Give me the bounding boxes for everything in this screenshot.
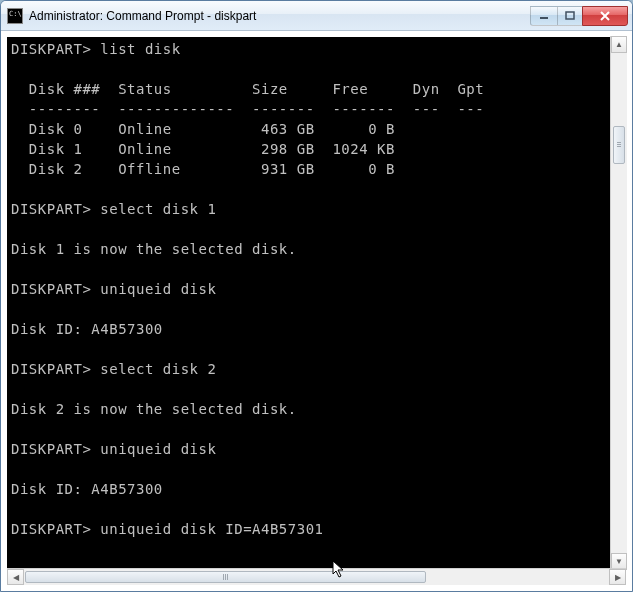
table-row: Disk 1 Online 298 GB 1024 KB — [11, 141, 395, 157]
window-title: Administrator: Command Prompt - diskpart — [29, 9, 531, 23]
svg-rect-0 — [540, 17, 548, 19]
output-line: DISKPART> list disk — [11, 41, 181, 57]
output-line: DISKPART> uniqueid disk — [11, 441, 216, 457]
command-prompt-window: Administrator: Command Prompt - diskpart… — [0, 0, 633, 592]
output-line: Disk ID: A4B57300 — [11, 321, 163, 337]
svg-rect-1 — [566, 12, 574, 19]
output-line: Disk ID: A4B57300 — [11, 481, 163, 497]
output-line: -------- ------------- ------- ------- -… — [11, 101, 484, 117]
maximize-icon — [565, 11, 575, 21]
titlebar[interactable]: Administrator: Command Prompt - diskpart — [1, 1, 632, 31]
cmd-icon — [7, 8, 23, 24]
close-icon — [599, 10, 611, 22]
minimize-button[interactable] — [530, 6, 558, 26]
output-line: DISKPART> select disk 1 — [11, 201, 216, 217]
table-row: Disk 0 Online 463 GB 0 B — [11, 121, 395, 137]
output-line: Disk ### Status Size Free Dyn Gpt — [11, 81, 484, 97]
vertical-scrollbar[interactable]: ▲ ▼ — [610, 36, 627, 570]
minimize-icon — [539, 11, 549, 21]
terminal-content: DISKPART> list disk Disk ### Status Size… — [7, 37, 626, 541]
scroll-up-button[interactable]: ▲ — [611, 36, 627, 53]
terminal-area[interactable]: DISKPART> list disk Disk ### Status Size… — [7, 37, 626, 568]
window-controls — [531, 6, 628, 26]
close-button[interactable] — [582, 6, 628, 26]
scroll-right-button[interactable]: ▶ — [609, 569, 626, 585]
horizontal-scroll-thumb[interactable] — [25, 571, 426, 583]
output-line: DISKPART> uniqueid disk ID=A4B57301 — [11, 521, 324, 537]
output-line: Disk 1 is now the selected disk. — [11, 241, 297, 257]
maximize-button[interactable] — [557, 6, 583, 26]
horizontal-scrollbar[interactable]: ◀ ▶ — [7, 568, 626, 585]
table-row: Disk 2 Offline 931 GB 0 B — [11, 161, 395, 177]
output-line: Disk 2 is now the selected disk. — [11, 401, 297, 417]
output-line: DISKPART> select disk 2 — [11, 361, 216, 377]
vertical-scroll-thumb[interactable] — [613, 126, 625, 164]
output-line: DISKPART> uniqueid disk — [11, 281, 216, 297]
scroll-left-button[interactable]: ◀ — [7, 569, 24, 585]
